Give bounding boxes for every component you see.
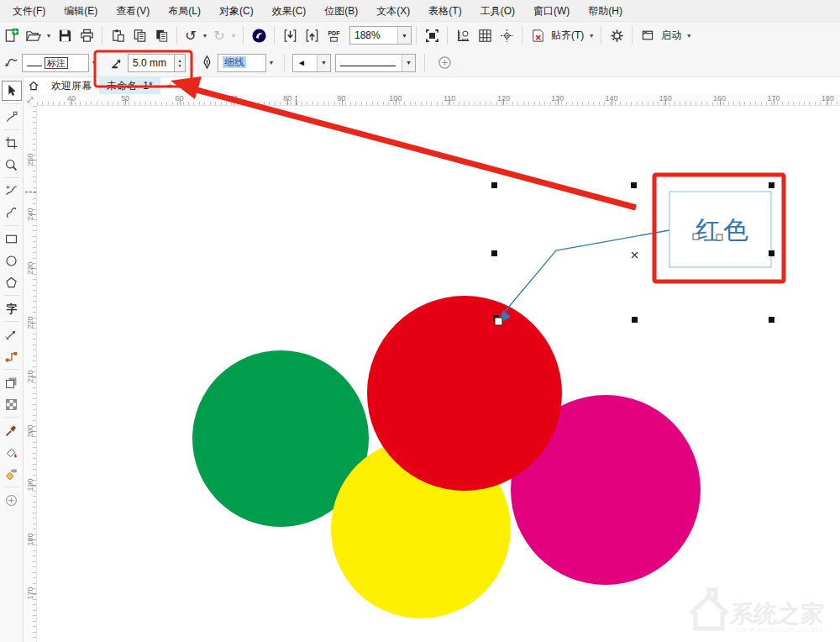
- open-dropdown-icon[interactable]: ▼: [44, 33, 54, 39]
- handle-middle-right[interactable]: [769, 250, 774, 256]
- outline-width-spinner[interactable]: ▲▼: [175, 54, 186, 72]
- rectangle-tool[interactable]: [2, 229, 22, 249]
- callout-leader-line[interactable]: [504, 230, 669, 313]
- vertical-ruler[interactable]: 250240230220210200190180170: [24, 106, 37, 642]
- paste-icon[interactable]: [150, 24, 172, 46]
- menu-item-7[interactable]: 位图(B): [315, 0, 367, 22]
- text-char-handle-left[interactable]: [693, 234, 699, 239]
- snap-to-label[interactable]: 贴齐(T): [549, 29, 586, 43]
- watermark: 系统之家 WWW.XITONGZHIJIA.NET: [690, 590, 825, 633]
- line-style-combo[interactable]: ▼: [335, 54, 416, 72]
- menu-item-12[interactable]: 帮助(H): [579, 0, 632, 22]
- zoom-level-combo[interactable]: 188% ▼: [349, 26, 412, 45]
- transparency-tool[interactable]: [2, 394, 22, 414]
- menu-item-5[interactable]: 对象(C): [210, 0, 263, 22]
- plus-tool[interactable]: [2, 490, 22, 510]
- menu-item-2[interactable]: 编辑(E): [55, 0, 107, 22]
- watermark-text: 系统之家: [728, 601, 825, 627]
- polygon-tool[interactable]: [2, 272, 22, 292]
- ruler-origin-icon[interactable]: [24, 94, 37, 106]
- handle-top-center[interactable]: [631, 182, 637, 188]
- grid-toggle-icon[interactable]: [474, 24, 496, 46]
- home-icon[interactable]: [24, 77, 44, 94]
- outline-width-value: 5.0 mm: [129, 57, 174, 69]
- handle-bottom-center[interactable]: [632, 317, 638, 323]
- arrowhead-start-combo[interactable]: ◄ ▼: [292, 54, 331, 72]
- menu-item-8[interactable]: 文本(X): [367, 0, 419, 22]
- new-document-icon[interactable]: [0, 24, 22, 46]
- add-property-icon[interactable]: [433, 52, 455, 74]
- zoom-level-dropdown-icon[interactable]: ▼: [397, 27, 411, 44]
- outline-width-field[interactable]: 5.0 mm: [128, 54, 175, 72]
- circle-red[interactable]: [367, 296, 562, 491]
- tab-untitled-document[interactable]: 未命名 -1*: [99, 77, 160, 94]
- redo-icon[interactable]: ↻: [210, 28, 228, 44]
- app-launcher-icon[interactable]: [248, 24, 270, 46]
- leader-end-node[interactable]: [495, 318, 502, 325]
- export-cancel-icon[interactable]: [527, 24, 549, 46]
- snap-to-dropdown-icon[interactable]: ▼: [586, 33, 596, 39]
- menu-item-9[interactable]: 表格(T): [419, 0, 470, 22]
- pick-tool[interactable]: [2, 81, 22, 101]
- cut-icon[interactable]: [107, 24, 129, 46]
- fullscreen-preview-icon[interactable]: [421, 24, 443, 46]
- handle-middle-left[interactable]: [491, 250, 497, 256]
- tab-welcome-screen[interactable]: 欢迎屏幕: [44, 77, 99, 94]
- launch-dropdown-icon[interactable]: ▼: [684, 33, 694, 39]
- menu-item-6[interactable]: 效果(C): [263, 0, 316, 22]
- handle-top-right[interactable]: [769, 182, 774, 188]
- save-icon[interactable]: [54, 24, 76, 46]
- publish-pdf-icon[interactable]: PDF: [323, 24, 344, 46]
- dimension-tool[interactable]: [2, 324, 22, 345]
- connector-tool[interactable]: [2, 346, 22, 366]
- handle-bottom-right[interactable]: [769, 317, 774, 323]
- launch-label[interactable]: 启动: [659, 29, 684, 43]
- preset-line-sample: [27, 66, 42, 66]
- circles-group: [192, 296, 701, 618]
- undo-dropdown-icon[interactable]: ▼: [200, 33, 210, 39]
- shape-tool[interactable]: [2, 107, 22, 127]
- callout-style-combo[interactable]: 标注: [22, 54, 89, 72]
- smartfill-tool[interactable]: [2, 464, 22, 484]
- outline-style-combo[interactable]: 细线: [218, 54, 266, 72]
- undo-icon[interactable]: ↺: [181, 28, 200, 44]
- options-gear-icon[interactable]: [606, 24, 627, 46]
- toolbox-divider: [4, 129, 19, 130]
- guidelines-toggle-icon[interactable]: [496, 24, 517, 46]
- callout-text[interactable]: 红色: [696, 216, 751, 244]
- open-icon[interactable]: [22, 24, 44, 46]
- outline-style-dropdown-icon[interactable]: ▼: [266, 60, 276, 66]
- fill-tool[interactable]: [2, 442, 22, 462]
- zoom-tool[interactable]: [2, 155, 22, 175]
- shadow-tool[interactable]: [2, 372, 22, 392]
- import-icon[interactable]: [279, 24, 301, 46]
- new-tab-button[interactable]: +: [160, 80, 180, 92]
- export-icon[interactable]: [301, 24, 323, 46]
- drawing-canvas[interactable]: 系统之家 WWW.XITONGZHIJIA.NET 红色: [37, 106, 840, 642]
- standard-toolbar: ▼ ↺ ▼ ↻ ▼ PDF 188% ▼ 贴齐(T) ▼ 启动 ▼: [0, 22, 840, 49]
- arrowhead-dropdown-icon[interactable]: ▼: [317, 55, 330, 71]
- bspline-tool[interactable]: [2, 203, 22, 223]
- menu-item-1[interactable]: 文件(F): [3, 0, 55, 22]
- text-char-handle-right[interactable]: [717, 234, 722, 240]
- menu-item-4[interactable]: 布局(L): [159, 0, 210, 22]
- toolbox-divider: [4, 225, 19, 226]
- text-tool[interactable]: 字: [2, 298, 22, 318]
- menu-item-11[interactable]: 窗口(W): [524, 0, 579, 22]
- freehand-tool[interactable]: [2, 181, 22, 201]
- horizontal-ruler[interactable]: 405060708090100110120130140150160170180: [37, 94, 840, 106]
- copy-icon[interactable]: [129, 24, 150, 46]
- line-style-dropdown-icon[interactable]: ▼: [402, 55, 415, 71]
- crop-tool[interactable]: [2, 133, 22, 153]
- handle-top-left[interactable]: [491, 182, 497, 188]
- menu-item-3[interactable]: 查看(V): [107, 0, 159, 22]
- callout-style-dropdown-icon[interactable]: ▼: [89, 60, 99, 66]
- ellipse-tool[interactable]: [2, 250, 22, 271]
- redo-dropdown-icon[interactable]: ▼: [228, 33, 239, 39]
- rulers-toggle-icon[interactable]: [452, 24, 474, 46]
- print-icon[interactable]: [76, 24, 97, 46]
- menu-item-10[interactable]: 工具(O): [471, 0, 524, 22]
- launch-window-icon[interactable]: [637, 24, 659, 46]
- toolbox-divider: [4, 103, 19, 104]
- eyedropper-tool[interactable]: [2, 420, 22, 440]
